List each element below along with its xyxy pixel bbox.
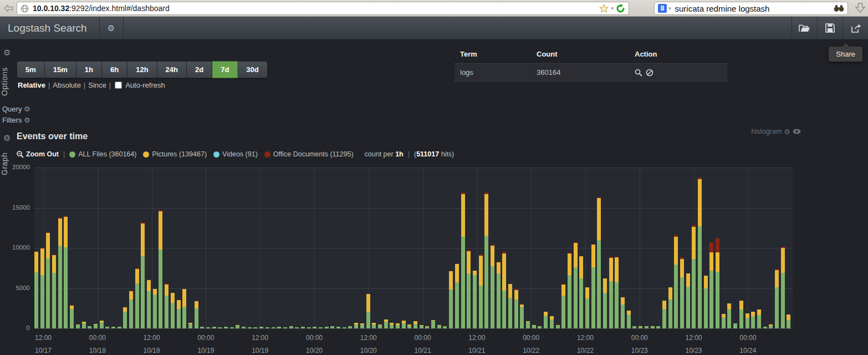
histogram-bar[interactable]	[407, 168, 413, 328]
histogram-bar[interactable]	[135, 168, 141, 328]
histogram-bar[interactable]	[520, 168, 526, 328]
histogram-bar[interactable]	[461, 168, 467, 328]
histogram-bar[interactable]	[384, 168, 390, 328]
share-dashboard-button[interactable]	[843, 17, 868, 40]
histogram-bar[interactable]	[105, 168, 111, 328]
histogram-bar[interactable]	[366, 168, 372, 328]
histogram-bar[interactable]	[615, 168, 621, 328]
time-range-button-2d[interactable]: 2d	[187, 61, 212, 78]
histogram-bar[interactable]	[526, 168, 532, 328]
query-gear-icon[interactable]: ⚙	[24, 105, 30, 113]
histogram-bar[interactable]	[591, 168, 598, 328]
histogram-bar[interactable]	[727, 168, 733, 328]
histogram-bar[interactable]	[153, 168, 159, 328]
histogram-bar[interactable]	[141, 168, 147, 328]
options-rail-label[interactable]: Options	[0, 57, 11, 96]
histogram-bar[interactable]	[680, 168, 686, 328]
histogram-bar[interactable]	[574, 168, 580, 328]
histogram-bar[interactable]	[757, 168, 763, 328]
histogram-bar[interactable]	[58, 168, 64, 328]
histogram-bar[interactable]	[651, 168, 657, 328]
histogram-bar[interactable]	[532, 168, 538, 328]
histogram-bar[interactable]	[354, 168, 360, 328]
histogram-bar[interactable]	[390, 168, 396, 328]
histogram-bar[interactable]	[34, 168, 40, 328]
histogram-bar[interactable]	[313, 168, 319, 328]
histogram-bar[interactable]	[236, 168, 242, 328]
histogram-bar[interactable]	[568, 168, 574, 328]
histogram-bar[interactable]	[733, 168, 739, 328]
histogram-bar[interactable]	[76, 168, 82, 328]
search-query-text[interactable]: suricata redmine logstash	[675, 4, 834, 13]
histogram-bar[interactable]	[82, 168, 88, 328]
search-term-icon[interactable]	[635, 69, 642, 77]
histogram-bar[interactable]	[443, 168, 449, 328]
histogram-bar[interactable]	[746, 168, 752, 328]
histogram-bar[interactable]	[639, 168, 645, 328]
histogram-bar[interactable]	[212, 168, 218, 328]
histogram-bar[interactable]	[301, 168, 307, 328]
time-range-button-7d[interactable]: 7d	[212, 61, 238, 78]
histogram-bar[interactable]	[147, 168, 153, 328]
time-range-button-6h[interactable]: 6h	[102, 61, 127, 78]
panel-eye-icon[interactable]	[793, 129, 801, 134]
binoculars-icon[interactable]	[834, 4, 844, 12]
histogram-bar[interactable]	[265, 168, 272, 328]
histogram-bar[interactable]	[402, 168, 408, 328]
time-range-button-12h[interactable]: 12h	[127, 61, 157, 78]
histogram-bar[interactable]	[431, 168, 437, 328]
histogram-bar[interactable]	[449, 168, 455, 328]
histogram-bar[interactable]	[704, 168, 710, 328]
histogram-bar[interactable]	[283, 168, 289, 328]
time-range-button-1h[interactable]: 1h	[76, 61, 102, 78]
histogram-bar[interactable]	[632, 168, 639, 328]
time-range-button-24h[interactable]: 24h	[157, 61, 187, 78]
histogram-bar[interactable]	[330, 168, 336, 328]
histogram-bar[interactable]	[253, 168, 259, 328]
legend-item-office-documents[interactable]: Office Documents (11295)	[264, 150, 354, 158]
histogram-bar[interactable]	[123, 168, 129, 328]
histogram-bar[interactable]	[709, 168, 716, 328]
save-dashboard-button[interactable]	[817, 17, 843, 40]
histogram-bar[interactable]	[698, 168, 704, 328]
time-mode-link-relative[interactable]: Relative	[18, 81, 45, 89]
histogram-bar[interactable]	[621, 168, 627, 328]
histogram-bar[interactable]	[295, 168, 301, 328]
histogram-bar[interactable]	[200, 168, 206, 328]
filters-section-toggle[interactable]: Filters ⚙	[2, 116, 30, 124]
histogram-bar[interactable]	[781, 168, 787, 328]
histogram-bar[interactable]	[763, 168, 769, 328]
histogram-bar[interactable]	[188, 168, 195, 328]
histogram-bar[interactable]	[479, 168, 485, 328]
histogram-bar[interactable]	[420, 168, 426, 328]
histogram-bar[interactable]	[716, 168, 722, 328]
histogram-bar[interactable]	[502, 168, 508, 328]
histogram-bar[interactable]	[668, 168, 675, 328]
histogram-bar[interactable]	[413, 168, 420, 328]
bookmark-star-icon[interactable]	[599, 4, 609, 13]
histogram-bar[interactable]	[751, 168, 757, 328]
histogram-bar[interactable]	[674, 168, 680, 328]
histogram-bar[interactable]	[343, 168, 349, 328]
time-range-button-5m[interactable]: 5m	[17, 61, 45, 78]
histogram-bar[interactable]	[609, 168, 615, 328]
search-engine-icon[interactable]: 8	[658, 4, 667, 13]
histogram-bar[interactable]	[372, 168, 378, 328]
histogram-bar[interactable]	[52, 168, 58, 328]
histogram-bar[interactable]	[248, 168, 254, 328]
histogram-bar[interactable]	[129, 168, 135, 328]
histogram-bar[interactable]	[769, 168, 775, 328]
histogram-bar[interactable]	[111, 168, 118, 328]
downloads-button[interactable]	[855, 2, 866, 14]
filters-gear-icon[interactable]: ⚙	[24, 116, 30, 124]
histogram-bar[interactable]	[396, 168, 402, 328]
exclude-term-icon[interactable]	[646, 69, 653, 77]
histogram-bar[interactable]	[307, 168, 313, 328]
histogram-bar[interactable]	[171, 168, 177, 328]
histogram-bar[interactable]	[88, 168, 94, 328]
histogram-bar[interactable]	[585, 168, 591, 328]
histogram-bar[interactable]	[224, 168, 230, 328]
legend-item-pictures[interactable]: Pictures (139467)	[143, 150, 207, 158]
time-range-button-30d[interactable]: 30d	[238, 61, 267, 78]
histogram-bar[interactable]	[627, 168, 633, 328]
